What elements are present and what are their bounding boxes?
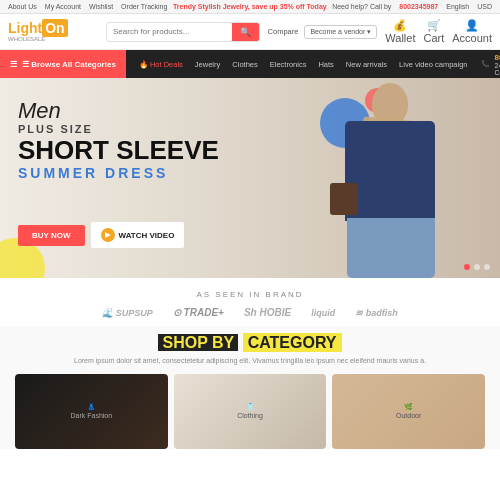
model-bag: [330, 183, 358, 215]
language-selector[interactable]: English: [446, 3, 469, 10]
hero-model: [310, 78, 470, 278]
hero-short-sleeve-text: SHORT SLEEVE: [18, 137, 219, 163]
promo-text: Trendy Stylish Jewelry, save up 35% off …: [173, 3, 327, 10]
header: LightOn WHOLESALE 🔍 Compare Become a ven…: [0, 14, 500, 50]
hero-section: Men PLUS SIZE SHORT SLEEVE SUMMER DRESS …: [0, 78, 500, 278]
shop-subtitle: Lorem ipsum dolor sit amet, consectetetu…: [15, 356, 485, 366]
model-pants: [347, 218, 435, 278]
buy-now-button[interactable]: BUY NOW: [18, 225, 85, 246]
support-label: 24/7 Support Center: [495, 62, 501, 76]
nav-links: 🔥 Hot Deals Jewelry Clothes Electronics …: [126, 50, 481, 78]
brands-section: AS SEEN IN BRAND 🌊 SUPSUP ⊙ TRADE+ Sh HO…: [0, 278, 500, 326]
category-card-outdoor[interactable]: 🌿Outdoor: [332, 374, 485, 449]
logo[interactable]: LightOn WHOLESALE: [8, 21, 98, 42]
wishlist-link[interactable]: Wishlist: [89, 3, 113, 10]
brand-liquid[interactable]: liquid: [311, 308, 335, 318]
nav-hot-deals[interactable]: 🔥 Hot Deals: [134, 50, 188, 78]
nav-new-arrivals[interactable]: New arrivals: [341, 50, 392, 78]
about-link[interactable]: About Us: [8, 3, 37, 10]
menu-icon: ☰: [10, 60, 17, 69]
category-card-clothing[interactable]: 👕Clothing: [174, 374, 327, 449]
hero-text: Men PLUS SIZE SHORT SLEEVE SUMMER DRESS: [18, 100, 219, 181]
category-card-1-img: 👗Dark Fashion: [15, 374, 168, 449]
become-vendor-button[interactable]: Become a vendor ▾: [304, 25, 377, 39]
navbar: ☰ ☰ Browse All Categories 🔥 Hot Deals Je…: [0, 50, 500, 78]
account-link[interactable]: My Account: [45, 3, 81, 10]
logo-light-text: Light: [8, 20, 42, 36]
brands-list: 🌊 SUPSUP ⊙ TRADE+ Sh HOBIE liquid ≋ badf…: [15, 307, 485, 318]
phone-icon: 📞: [481, 60, 490, 68]
play-icon: ▶: [101, 228, 115, 242]
browse-all-categories-button[interactable]: ☰ ☰ Browse All Categories: [0, 50, 126, 78]
shop-title: SHOP BY CATEGORY: [15, 334, 485, 352]
top-bar-right: Need help? Call by 8002345987 English US…: [332, 3, 492, 10]
shop-title-highlight: CATEGORY: [243, 333, 342, 352]
slide-dot-3[interactable]: [484, 264, 490, 270]
header-icons: 💰 Wallet 🛒 Cart 👤 Account: [385, 19, 492, 44]
nav-hats[interactable]: Hats: [313, 50, 338, 78]
category-grid: 👗Dark Fashion 👕Clothing 🌿Outdoor: [15, 374, 485, 449]
model-figure: [325, 83, 455, 278]
category-card-3-img: 🌿Outdoor: [332, 374, 485, 449]
need-help-text: Need help? Call by: [332, 3, 391, 10]
header-actions: Compare Become a vendor ▾: [268, 25, 378, 39]
hero-men-text: Men: [18, 100, 219, 122]
logo-on-text: On: [42, 19, 67, 37]
slide-dot-2[interactable]: [474, 264, 480, 270]
currency-selector[interactable]: USD: [477, 3, 492, 10]
brand-supsup[interactable]: 🌊 SUPSUP: [102, 308, 153, 318]
watch-video-button[interactable]: ▶ WATCH VIDEO: [91, 222, 185, 248]
user-icon: 👤: [452, 19, 492, 32]
account-icon-btn[interactable]: 👤 Account: [452, 19, 492, 44]
brand-trade[interactable]: ⊙ TRADE+: [173, 307, 224, 318]
search-button[interactable]: 🔍: [232, 23, 259, 41]
nav-jewelry[interactable]: Jewelry: [190, 50, 225, 78]
nav-electronics[interactable]: Electronics: [265, 50, 312, 78]
nav-live-video[interactable]: Live video campaign: [394, 50, 472, 78]
category-card-2-img: 👕Clothing: [174, 374, 327, 449]
order-tracking-link[interactable]: Order Tracking: [121, 3, 167, 10]
compare-link[interactable]: Compare: [268, 27, 299, 36]
hero-buttons: BUY NOW ▶ WATCH VIDEO: [18, 222, 184, 248]
brand-hobie[interactable]: Sh HOBIE: [244, 307, 291, 318]
model-body: [345, 121, 435, 221]
top-bar-links: About Us My Account Wishlist Order Track…: [8, 3, 167, 10]
brand-badfish[interactable]: ≋ badfish: [355, 308, 398, 318]
brands-title: AS SEEN IN BRAND: [15, 290, 485, 299]
hero-summer-dress-text: SUMMER DRESS: [18, 165, 219, 181]
shop-section: SHOP BY CATEGORY Lorem ipsum dolor sit a…: [0, 326, 500, 449]
support-area: 📞 8002999933 24/7 Support Center: [481, 53, 501, 76]
hero-slide-dots: [464, 264, 490, 270]
cart-icon-btn[interactable]: 🛒 Cart: [423, 19, 444, 44]
slide-dot-1[interactable]: [464, 264, 470, 270]
support-phone-number[interactable]: 8002999933: [495, 53, 501, 62]
top-bar: About Us My Account Wishlist Order Track…: [0, 0, 500, 14]
search-bar: 🔍: [106, 22, 260, 42]
wallet-icon-btn[interactable]: 💰 Wallet: [385, 19, 415, 44]
search-input[interactable]: [107, 23, 232, 41]
nav-clothes[interactable]: Clothes: [227, 50, 262, 78]
support-phone[interactable]: 8002345987: [399, 3, 438, 10]
category-card-dark-fashion[interactable]: 👗Dark Fashion: [15, 374, 168, 449]
wallet-icon: 💰: [385, 19, 415, 32]
cart-icon: 🛒: [423, 19, 444, 32]
